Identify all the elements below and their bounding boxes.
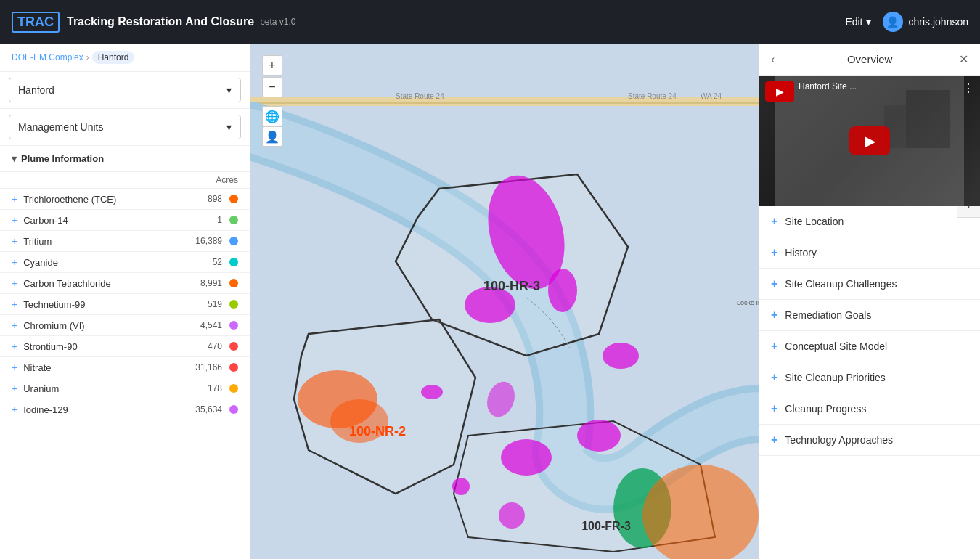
sidebar: DOE-EM Complex › Hanford Hanford ▾ Manag… <box>0 44 250 559</box>
chevron-down-icon: ▾ <box>226 121 232 133</box>
plume-expand-icon[interactable]: + <box>12 193 17 205</box>
user-info: 👤 chris.johnson <box>883 12 969 32</box>
plume-expand-icon[interactable]: + <box>12 277 17 289</box>
video-title-overlay: Hanford Site ... <box>799 81 857 91</box>
plume-expand-icon[interactable]: + <box>12 340 17 352</box>
overview-section-item[interactable]: + Site Cleanup Challenges <box>759 269 980 300</box>
person-layer-button[interactable]: 👤 <box>262 126 282 147</box>
plume-color-dot <box>229 300 238 309</box>
plume-acres: 178 <box>208 383 222 393</box>
svg-text:State Route 24: State Route 24 <box>396 92 444 100</box>
overview-section-item[interactable]: + Site Location <box>759 206 980 237</box>
overview-section-item[interactable]: + Site Cleanup Priorities <box>759 362 980 393</box>
overview-section-item[interactable]: + Remediation Goals <box>759 300 980 331</box>
main-layout: DOE-EM Complex › Hanford Hanford ▾ Manag… <box>0 44 980 559</box>
site-dropdown-row: Hanford ▾ <box>0 72 250 109</box>
yt-icon: ▶ <box>776 86 784 97</box>
plume-list-item[interactable]: + Chromium (VI) 4,541 <box>0 315 250 336</box>
edit-button[interactable]: Edit ▾ <box>845 16 870 28</box>
chevron-down-icon: ▾ <box>226 84 232 96</box>
plume-list-item[interactable]: + Carbon Tetrachloride 8,991 <box>0 273 250 294</box>
video-menu-button[interactable]: ⋮ <box>963 81 974 95</box>
plume-list-item[interactable]: + Tritium 16,389 <box>0 231 250 252</box>
plume-list-item[interactable]: + Nitrate 31,166 <box>0 357 250 378</box>
plume-expand-icon[interactable]: + <box>12 298 17 310</box>
plume-expand-icon[interactable]: + <box>12 319 17 331</box>
management-units-dropdown[interactable]: Management Units ▾ <box>9 115 241 139</box>
breadcrumb-parent[interactable]: DOE-EM Complex <box>12 52 83 62</box>
edit-label: Edit <box>845 16 862 28</box>
breadcrumb: DOE-EM Complex › Hanford <box>0 44 250 72</box>
plume-name: Strontium-90 <box>23 341 208 352</box>
panel-title: Overview <box>780 53 959 65</box>
overview-expand-icon: + <box>771 277 777 290</box>
play-triangle-icon: ▶ <box>865 132 875 150</box>
plume-acres: 52 <box>213 257 222 267</box>
overview-section-item[interactable]: + Conceptual Site Model <box>759 331 980 362</box>
plume-list-item[interactable]: + Strontium-90 470 <box>0 336 250 357</box>
zoom-out-button[interactable]: − <box>262 77 282 97</box>
panel-collapse-button[interactable]: ‹ <box>771 53 775 66</box>
plume-list-item[interactable]: + Iodine-129 35,634 <box>0 399 250 420</box>
map-svg: State Route 24 State Route 24 WA 24 <box>250 44 759 559</box>
svg-point-22 <box>452 478 470 495</box>
svg-point-23 <box>499 502 525 529</box>
breadcrumb-separator: › <box>86 52 89 62</box>
svg-point-15 <box>501 439 552 476</box>
plume-list-item[interactable]: + Trichloroethene (TCE) 898 <box>0 189 250 210</box>
globe-layer-button[interactable]: 🌐 <box>262 106 282 126</box>
plume-expand-icon[interactable]: + <box>12 256 17 268</box>
plume-expand-icon[interactable]: + <box>12 383 17 394</box>
management-units-dropdown-row: Management Units ▾ <box>0 109 250 146</box>
zoom-in-button[interactable]: + <box>262 55 282 76</box>
svg-point-14 <box>577 420 621 452</box>
plume-list-item[interactable]: + Cyanide 52 <box>0 252 250 273</box>
overview-expand-icon: + <box>771 371 777 384</box>
right-panel: ‹ Overview ✕ 📋 📊 ⬆ ℹ T ▶ Hanford Site ..… <box>759 44 980 559</box>
overview-section-item[interactable]: + History <box>759 237 980 269</box>
plume-name: Chromium (VI) <box>23 320 200 331</box>
topbar-right: Edit ▾ 👤 chris.johnson <box>845 12 968 32</box>
play-button[interactable]: ▶ <box>849 126 890 155</box>
plume-expand-icon[interactable]: + <box>12 362 17 373</box>
plume-acres: 1 <box>217 215 222 225</box>
plume-acres: 35,634 <box>195 404 222 415</box>
plume-acres: 31,166 <box>195 362 222 372</box>
plume-expand-icon[interactable]: + <box>12 214 17 226</box>
panel-close-x-button[interactable]: ✕ <box>959 52 968 66</box>
svg-rect-26 <box>906 90 950 148</box>
plume-expand-icon[interactable]: + <box>12 404 17 415</box>
plume-name: Carbon-14 <box>23 215 217 226</box>
overview-section-label: Conceptual Site Model <box>785 340 968 352</box>
plume-acres: 4,541 <box>200 320 222 330</box>
overview-section-label: Site Location <box>785 216 968 227</box>
overview-section-label: Technology Approaches <box>785 434 968 446</box>
acres-label: Acres <box>216 175 238 185</box>
plume-list-item[interactable]: + Carbon-14 1 <box>0 210 250 231</box>
plume-color-dot <box>229 405 238 414</box>
plume-list-item[interactable]: + Technetium-99 519 <box>0 294 250 315</box>
site-dropdown[interactable]: Hanford ▾ <box>9 78 241 102</box>
overview-section-item[interactable]: + Cleanup Progress <box>759 393 980 425</box>
plume-name: Carbon Tetrachloride <box>23 278 200 289</box>
plume-name: Tritium <box>23 236 195 247</box>
map-area[interactable]: + − 🌐 👤 State Route 24 State Route 24 WA… <box>250 44 759 559</box>
plume-acres: 16,389 <box>195 236 222 246</box>
map-layer-buttons: 🌐 👤 <box>262 103 282 147</box>
video-thumbnail[interactable]: ▶ Hanford Site ... ⋮ ▶ <box>759 76 980 206</box>
overview-section-item[interactable]: + Technology Approaches <box>759 425 980 456</box>
plume-color-dot <box>229 237 238 245</box>
plume-color-dot <box>229 342 238 351</box>
overview-section-label: Remediation Goals <box>785 309 968 321</box>
overview-expand-icon: + <box>771 215 777 228</box>
plume-expand-icon[interactable]: + <box>12 235 17 247</box>
trac-logo: TRAC <box>12 12 60 33</box>
plume-name: Technetium-99 <box>23 299 208 310</box>
map-controls: + − 🌐 👤 <box>262 55 282 147</box>
svg-point-13 <box>603 343 639 369</box>
plume-table: Acres + Trichloroethene (TCE) 898 + Carb… <box>0 172 250 420</box>
top-bar: TRAC Tracking Restoration And Closure be… <box>0 0 980 44</box>
plume-section-header[interactable]: ▾ Plume Information <box>0 146 250 172</box>
plume-list-item[interactable]: + Uranium 178 <box>0 378 250 399</box>
site-dropdown-label: Hanford <box>18 84 54 96</box>
